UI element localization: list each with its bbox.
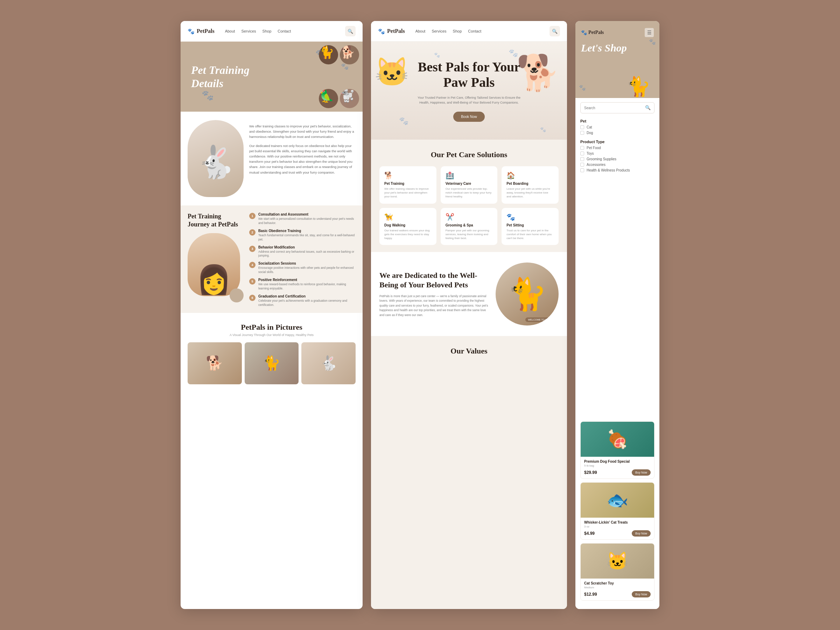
product-size-3: Medium — [584, 586, 651, 589]
step-desc-3: Address and correct any behavioral issue… — [258, 250, 355, 258]
shop-logo: 🐾 PetPals — [581, 30, 604, 36]
animal-4: 🦜 — [319, 89, 338, 108]
nav-about-2[interactable]: About — [415, 29, 426, 33]
pictures-section: PetPals in Pictures A Visual Journey Thr… — [181, 313, 363, 390]
product-footer-2: $4.99 Buy Now — [584, 530, 651, 537]
care-solutions-section: Our Pet Care Solutions 🐕 Pet Training We… — [371, 140, 567, 252]
hero-2-content: Best Pals for Your Paw Pals Your Trusted… — [413, 60, 525, 122]
checkbox-grooming-supplies[interactable] — [580, 157, 584, 161]
care-icon-vet: 🏥 — [445, 171, 493, 180]
product-info-2: Whisker-Lickin' Cat Treats 3 oz $4.99 Bu… — [581, 518, 654, 539]
paw-icon: 🐾 — [188, 28, 194, 35]
shop-paw-2: 🐾 — [579, 84, 586, 91]
step-6: 6 Graduation and Certification Celebrate… — [249, 294, 355, 307]
nav-search-button-2[interactable]: 🔍 — [549, 26, 560, 36]
checkbox-dog[interactable] — [580, 131, 584, 135]
care-card-walking: 🦮 Dog Walking Our trained walkers ensure… — [379, 208, 436, 245]
step-2: 2 Basic Obedience Training Teach fundame… — [249, 229, 355, 242]
panel-main: 🐾 PetPals About Services Shop Contact 🔍 … — [371, 21, 567, 609]
step-content-5: Positive Reinforcement We use reward-bas… — [258, 278, 355, 291]
checkbox-cat[interactable] — [580, 125, 584, 129]
care-title-walking: Dog Walking — [384, 223, 431, 227]
product-img-2: 🐟 — [581, 483, 654, 518]
care-icon-training: 🐕 — [384, 171, 431, 180]
shop-animals: 🐈 — [617, 52, 659, 98]
paw-icon-2: 🐾 — [378, 28, 385, 35]
filter-dog[interactable]: Dog — [580, 131, 655, 135]
photo-2: 🐈 — [245, 342, 299, 384]
step-content-6: Graduation and Certification Celebrate y… — [258, 294, 355, 307]
rabbit-para-2: Our dedicated trainers not only focus on… — [249, 143, 355, 175]
care-grid: 🐕 Pet Training We offer training classes… — [379, 166, 559, 245]
filter-product-type-label: Product Type — [580, 140, 655, 144]
training-left: Pet Training Journey at PetPals 👩 — [188, 212, 243, 307]
care-card-training: 🐕 Pet Training We offer training classes… — [379, 166, 436, 204]
care-title-training: Pet Training — [384, 182, 431, 185]
filter-cat[interactable]: Cat — [580, 125, 655, 129]
filter-pet-food[interactable]: Pet Food — [580, 146, 655, 150]
product-img-1: 🍖 — [581, 422, 654, 457]
pictures-sub: A Visual Journey Through Our World of Ha… — [188, 333, 355, 337]
product-name-1: Premium Dog Food Special — [584, 459, 651, 463]
step-title-4: Socialization Sessions — [258, 261, 355, 265]
filter-toys-label: Toys — [587, 152, 594, 155]
nav-panel1: 🐾 PetPals About Services Shop Contact 🔍 — [181, 21, 363, 42]
book-now-button[interactable]: Book Now — [453, 112, 485, 122]
product-size-2: 3 oz — [584, 525, 651, 528]
nav-search-button-1[interactable]: 🔍 — [345, 26, 355, 36]
hero-2-title: Best Pals for Your Paw Pals — [413, 60, 525, 90]
product-img-3: 🐱 — [581, 543, 654, 579]
nav-contact-2[interactable]: Contact — [468, 29, 481, 33]
hero-1-title: Pet Training Details — [191, 63, 282, 90]
care-title-boarding: Pet Boarding — [507, 182, 554, 185]
buy-button-1[interactable]: Buy Now — [632, 469, 651, 476]
step-title-1: Consultation and Assessment — [258, 212, 355, 216]
nav-contact-1[interactable]: Contact — [278, 29, 291, 33]
deco-circle — [230, 288, 243, 302]
search-input[interactable] — [584, 106, 643, 110]
search-bar: 🔍 — [580, 102, 655, 114]
hero-training: 🐾 🐾 🐾 Pet Training Details 🐕 🐈 🐩 🦜 — [181, 42, 363, 112]
nav-shop-1[interactable]: Shop — [262, 29, 272, 33]
hp1: 🐾 — [399, 117, 409, 126]
shop-logo-text: PetPals — [588, 30, 604, 35]
filter-group-pet: Pet Cat Dog — [580, 119, 655, 135]
step-num-5: 5 — [249, 278, 256, 284]
product-info-1: Premium Dog Food Special 5 lb bag $29.99… — [581, 457, 654, 478]
rabbit-image: 🐇 — [188, 120, 243, 197]
nav-panel2: 🐾 PetPals About Services Shop Contact 🔍 — [371, 21, 567, 42]
filter-health[interactable]: Health & Wellness Products — [580, 168, 655, 172]
checkbox-pet-food[interactable] — [580, 146, 584, 150]
filter-group-product: Product Type Pet Food Toys Grooming Supp… — [580, 140, 655, 172]
nav-services-1[interactable]: Services — [241, 29, 256, 33]
care-icon-walking: 🦮 — [384, 213, 431, 221]
step-desc-6: Celebrate your pet's achievements with a… — [258, 299, 355, 307]
care-card-vet: 🏥 Veterinary Care Our experienced vets p… — [441, 166, 498, 204]
care-title-sitting: Pet Sitting — [507, 223, 554, 227]
nav-about-1[interactable]: About — [225, 29, 235, 33]
panel-training-details: 🐾 PetPals About Services Shop Contact 🔍 … — [181, 21, 363, 609]
hero-animals: 🐕 🐈 🐩 🦜 — [286, 42, 363, 112]
step-5: 5 Positive Reinforcement We use reward-b… — [249, 278, 355, 291]
hp3: 🐾 — [434, 52, 440, 58]
checkbox-toys[interactable] — [580, 152, 584, 155]
checkbox-accessories[interactable] — [580, 163, 584, 167]
filter-grooming-supplies[interactable]: Grooming Supplies — [580, 157, 655, 161]
product-footer-3: $12.99 Buy Now — [584, 591, 651, 597]
product-card-3: 🐱 Cat Scratcher Toy Medium $12.99 Buy No… — [580, 543, 655, 601]
nav-shop-2[interactable]: Shop — [453, 29, 462, 33]
filter-toys[interactable]: Toys — [580, 152, 655, 155]
trainer-image: 👩 — [188, 233, 240, 296]
care-icon-sitting: 🐾 — [507, 213, 554, 221]
step-content-1: Consultation and Assessment We start wit… — [258, 212, 355, 226]
filter-accessories[interactable]: Accessories — [580, 163, 655, 167]
step-num-3: 3 — [249, 246, 256, 252]
checkbox-health[interactable] — [580, 168, 584, 172]
hamburger-button[interactable]: ☰ — [645, 28, 654, 37]
filter-dog-label: Dog — [587, 131, 593, 135]
buy-button-2[interactable]: Buy Now — [632, 530, 651, 537]
nav-services-2[interactable]: Services — [431, 29, 446, 33]
buy-button-3[interactable]: Buy Now — [632, 591, 651, 597]
dedicated-section: We are Dedicated to the Well-Being of Yo… — [371, 252, 567, 336]
care-desc-boarding: Leave your pet with us while you're away… — [507, 187, 554, 199]
